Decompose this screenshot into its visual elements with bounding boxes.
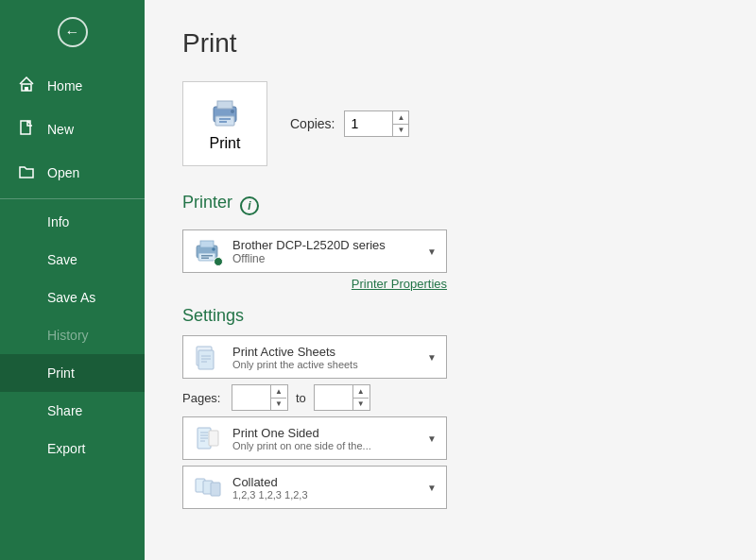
copies-label: Copies:	[290, 116, 335, 131]
sidebar-item-new-label: New	[47, 122, 74, 137]
settings-section-title: Settings	[182, 306, 718, 326]
print-active-sheets-icon	[193, 342, 223, 372]
svg-rect-13	[201, 258, 209, 260]
sidebar-item-new[interactable]: New	[0, 108, 145, 151]
sidebar-divider-1	[0, 198, 145, 199]
sidebar-item-save-as-label: Save As	[47, 290, 95, 305]
pages-from-input[interactable]	[232, 391, 270, 405]
pages-to-wrap: ▲ ▼	[314, 384, 370, 411]
sidebar-item-info-label: Info	[47, 214, 69, 229]
collated-icon	[193, 472, 223, 502]
sidebar-item-history: History	[0, 316, 145, 354]
printer-icon	[208, 95, 242, 129]
settings-section: Settings Print Active Sheets Only print …	[182, 306, 718, 509]
sidebar-item-save[interactable]: Save	[0, 241, 145, 279]
back-button[interactable]: ←	[0, 0, 145, 64]
pages-to-increment[interactable]: ▲	[353, 385, 369, 398]
sidebar: ← Home New Open	[0, 0, 145, 560]
svg-rect-16	[198, 350, 214, 369]
print-active-sheets-label: Print Active Sheets	[232, 345, 418, 359]
svg-rect-12	[201, 255, 213, 257]
print-button-label: Print	[210, 135, 241, 152]
svg-rect-4	[217, 101, 232, 109]
sidebar-item-print-label: Print	[47, 365, 75, 381]
printer-info-icon[interactable]: i	[240, 196, 259, 215]
pages-to-input[interactable]	[315, 391, 352, 405]
svg-rect-6	[219, 118, 231, 120]
printer-status-indicator	[214, 257, 223, 266]
sidebar-item-home[interactable]: Home	[0, 64, 145, 108]
pages-label: Pages:	[182, 391, 224, 405]
pages-from-wrap: ▲ ▼	[232, 384, 288, 411]
printer-icon-wrap	[193, 236, 223, 266]
pages-to-decrement[interactable]: ▼	[353, 399, 369, 411]
pages-to-label: to	[296, 391, 306, 405]
printer-section: Printer i Brother DCP-L2520D series Offl…	[182, 189, 718, 291]
pages-from-spinner: ▲ ▼	[270, 385, 286, 410]
new-icon	[17, 119, 36, 140]
print-one-sided-icon	[193, 423, 223, 453]
sidebar-item-share[interactable]: Share	[0, 392, 145, 430]
print-one-sided-sub: Only print on one side of the...	[232, 440, 418, 451]
sidebar-item-share-label: Share	[47, 403, 82, 418]
print-one-sided-dropdown[interactable]: Print One Sided Only print on one side o…	[182, 416, 447, 460]
collated-label: Collated	[232, 475, 418, 489]
home-icon	[17, 76, 36, 96]
print-one-sided-label: Print One Sided	[232, 426, 418, 440]
copies-input[interactable]	[345, 116, 392, 131]
sidebar-item-open-label: Open	[47, 165, 79, 180]
svg-rect-25	[209, 431, 218, 446]
copies-spinner: ▲ ▼	[392, 111, 408, 136]
sidebar-item-save-label: Save	[47, 252, 77, 267]
back-arrow-icon: ←	[65, 24, 80, 41]
pages-from-decrement[interactable]: ▼	[271, 399, 286, 411]
page-title: Print	[182, 28, 718, 59]
svg-point-8	[231, 110, 234, 113]
pages-from-increment[interactable]: ▲	[271, 385, 286, 398]
printer-dropdown-arrow: ▼	[427, 246, 437, 257]
back-circle-icon: ←	[58, 17, 88, 47]
sidebar-item-open[interactable]: Open	[0, 151, 145, 195]
collated-arrow: ▼	[427, 483, 437, 493]
print-active-sheets-sub: Only print the active sheets	[232, 359, 418, 370]
collated-sub: 1,2,3 1,2,3 1,2,3	[232, 489, 418, 501]
sidebar-item-export-label: Export	[47, 441, 85, 456]
svg-rect-7	[219, 121, 227, 123]
sidebar-item-history-label: History	[47, 328, 89, 343]
copies-increment-button[interactable]: ▲	[393, 111, 408, 124]
print-one-sided-info: Print One Sided Only print on one side o…	[232, 426, 418, 451]
print-button-section: Print Copies: ▲ ▼	[182, 81, 718, 166]
sidebar-item-print[interactable]: Print	[0, 354, 145, 392]
print-one-sided-arrow: ▼	[427, 433, 437, 444]
sidebar-item-export[interactable]: Export	[0, 430, 145, 467]
sidebar-item-save-as[interactable]: Save As	[0, 279, 145, 316]
svg-rect-28	[211, 483, 220, 496]
printer-section-title: Printer	[182, 193, 232, 212]
print-active-sheets-dropdown[interactable]: Print Active Sheets Only print the activ…	[182, 335, 447, 379]
copies-decrement-button[interactable]: ▼	[393, 125, 408, 137]
svg-point-14	[212, 247, 215, 251]
svg-rect-10	[200, 241, 214, 247]
main-content: Print Print Copies: ▲ ▼	[145, 0, 756, 560]
copies-input-wrap: ▲ ▼	[344, 110, 409, 137]
print-button[interactable]: Print	[182, 81, 267, 166]
copies-section: Copies: ▲ ▼	[290, 110, 409, 137]
sidebar-item-info[interactable]: Info	[0, 203, 145, 241]
printer-dropdown[interactable]: Brother DCP-L2520D series Offline ▼	[182, 229, 447, 273]
sidebar-item-home-label: Home	[47, 78, 82, 93]
printer-status: Offline	[232, 252, 418, 265]
printer-info: Brother DCP-L2520D series Offline	[232, 238, 418, 265]
open-icon	[17, 162, 36, 183]
svg-rect-1	[25, 87, 28, 91]
print-active-sheets-arrow: ▼	[427, 352, 437, 363]
pages-to-spinner: ▲ ▼	[352, 385, 369, 410]
pages-row: Pages: ▲ ▼ to ▲ ▼	[182, 384, 718, 411]
printer-properties-link[interactable]: Printer Properties	[182, 277, 447, 291]
collated-info: Collated 1,2,3 1,2,3 1,2,3	[232, 475, 418, 501]
collated-dropdown[interactable]: Collated 1,2,3 1,2,3 1,2,3 ▼	[182, 466, 447, 509]
printer-name: Brother DCP-L2520D series	[232, 238, 418, 252]
print-active-sheets-info: Print Active Sheets Only print the activ…	[232, 345, 418, 370]
